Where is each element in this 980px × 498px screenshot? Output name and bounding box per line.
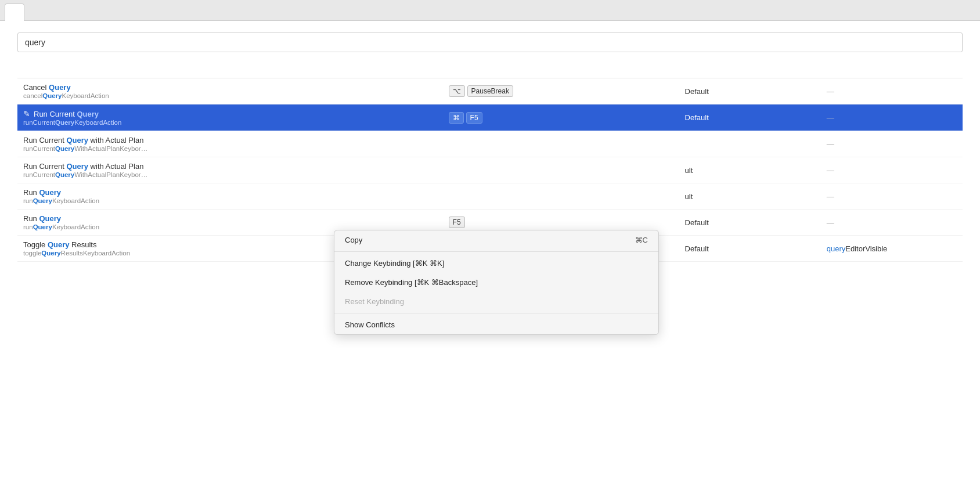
when-dash: — (827, 113, 834, 122)
context-menu-divider (334, 251, 658, 252)
cmd-sub-highlight: Query (55, 145, 74, 152)
cmd-sub-suffix: WithActualPlanKeybor… (74, 145, 147, 152)
keybinding-cell (443, 183, 679, 210)
context-menu-label: Show Conflicts (345, 320, 395, 329)
cmd-sub-prefix: run (23, 223, 33, 230)
when-cell: — (821, 78, 963, 104)
col-header-command (17, 70, 443, 78)
cmd-prefix: Toggle (23, 240, 48, 249)
context-menu-item-copy[interactable]: Copy⌘C (334, 230, 658, 250)
key-badge: ⌥ (449, 85, 465, 97)
context-menu-label: Remove Keybinding [⌘K ⌘Backspace] (345, 278, 478, 287)
context-menu-label: Copy (345, 236, 362, 244)
cmd-prefix: Run (23, 214, 39, 223)
when-suffix: EditorVisible (845, 244, 887, 253)
context-menu-divider (334, 313, 658, 313)
when-dash: — (827, 166, 834, 175)
source-cell: Default (679, 78, 821, 104)
cmd-sub-suffix: KeyboardAction (62, 92, 109, 99)
when-dash: — (827, 87, 834, 96)
command-cell: ✎Run Current QueryrunCurrentQueryKeyboar… (17, 104, 443, 131)
cmd-sub: runCurrentQueryWithActualPlanKeybor… (23, 171, 437, 178)
col-header-when (821, 70, 963, 78)
context-menu-item-remove-keybinding[interactable]: Remove Keybinding [⌘K ⌘Backspace] (334, 273, 658, 292)
cmd-sub-prefix: runCurrent (23, 171, 55, 178)
cmd-sub-suffix: WithActualPlanKeybor… (74, 171, 147, 178)
cmd-sub-highlight: Query (41, 250, 60, 257)
table-row[interactable]: Run Current Query with Actual PlanrunCur… (17, 157, 963, 183)
search-input[interactable] (17, 33, 963, 52)
table-row[interactable]: Run Current Query with Actual PlanrunCur… (17, 131, 963, 157)
key-badge: ⌘ (449, 112, 464, 124)
main-content: Cancel QuerycancelQueryKeyboardAction⌥Pa… (0, 21, 980, 498)
source-cell: Default (679, 236, 821, 262)
table-row[interactable]: ✎Run Current QueryrunCurrentQueryKeyboar… (17, 104, 963, 131)
keybinding-cell (443, 157, 679, 183)
table-header-row (17, 70, 963, 78)
when-highlight: query (827, 244, 846, 253)
cmd-prefix: Cancel (23, 83, 49, 92)
cmd-highlight: Query (39, 188, 61, 197)
when-dash: — (827, 140, 834, 149)
when-cell: — (821, 157, 963, 183)
table-row[interactable]: Cancel QuerycancelQueryKeyboardAction⌥Pa… (17, 78, 963, 104)
cmd-sub-prefix: cancel (23, 92, 42, 99)
cmd-highlight: Query (66, 136, 88, 145)
cmd-sub: cancelQueryKeyboardAction (23, 92, 437, 99)
when-dash: — (827, 192, 834, 201)
context-menu-item-change-keybinding[interactable]: Change Keybinding [⌘K ⌘K] (334, 254, 658, 273)
when-cell: — (821, 131, 963, 157)
cmd-sub-highlight: Query (55, 119, 74, 126)
col-header-keybinding (443, 70, 679, 78)
cmd-prefix: Run (23, 188, 39, 197)
col-header-source (679, 70, 821, 78)
cmd-sub-prefix: run (23, 197, 33, 204)
keybinding-cell: ⌘F5 (443, 104, 679, 131)
command-cell: Cancel QuerycancelQueryKeyboardAction (17, 78, 443, 104)
cmd-prefix: Run Current (34, 110, 77, 118)
cmd-highlight: Query (49, 83, 71, 92)
cmd-sub-suffix: KeyboardAction (52, 223, 99, 230)
when-cell: — (821, 210, 963, 236)
cmd-highlight: Query (39, 214, 61, 223)
command-cell: Run Current Query with Actual PlanrunCur… (17, 131, 443, 157)
cmd-prefix: Run Current (23, 136, 66, 145)
cmd-sub-prefix: toggle (23, 250, 41, 257)
keyboard-shortcuts-tab[interactable] (5, 3, 24, 21)
cmd-sub-highlight: Query (42, 92, 62, 99)
source-cell (679, 131, 821, 157)
key-badge: F5 (466, 112, 482, 124)
cmd-suffix: with Actual Plan (88, 136, 143, 145)
keybinding-cell: ⌥PauseBreak (443, 78, 679, 104)
when-cell: — (821, 183, 963, 210)
context-menu: Copy⌘CChange Keybinding [⌘K ⌘K]Remove Ke… (334, 230, 659, 335)
cmd-sub: runCurrentQueryKeyboardAction (23, 119, 437, 126)
cmd-highlight: Query (77, 110, 99, 118)
keybinding-cell (443, 131, 679, 157)
command-cell: Run QueryrunQueryKeyboardAction (17, 183, 443, 210)
context-menu-shortcut: ⌘C (635, 236, 648, 244)
cmd-prefix: Run Current (23, 162, 66, 171)
key-badge: F5 (449, 216, 465, 228)
context-menu-item-reset-keybinding: Reset Keybinding (334, 292, 658, 311)
tab-bar (0, 0, 980, 21)
cmd-highlight: Query (48, 240, 70, 249)
when-cell: queryEditorVisible (821, 236, 963, 262)
context-menu-label: Change Keybinding [⌘K ⌘K] (345, 259, 444, 268)
when-dash: — (827, 218, 834, 227)
cmd-sub: runQueryKeyboardAction (23, 197, 437, 204)
source-cell: ult (679, 183, 821, 210)
cmd-sub-highlight: Query (33, 223, 52, 230)
cmd-highlight: Query (66, 162, 88, 171)
cmd-sub-suffix: ResultsKeyboardAction (61, 250, 131, 257)
edit-icon: ✎ (23, 109, 30, 118)
cmd-sub-suffix: KeyboardAction (74, 119, 121, 126)
source-cell: ult (679, 157, 821, 183)
context-menu-item-show-conflicts[interactable]: Show Conflicts (334, 315, 658, 334)
cmd-sub-suffix: KeyboardAction (52, 197, 99, 204)
when-cell: — (821, 104, 963, 131)
table-row[interactable]: Run QueryrunQueryKeyboardActionult— (17, 183, 963, 210)
cmd-sub: runCurrentQueryWithActualPlanKeybor… (23, 145, 437, 152)
key-badge: PauseBreak (467, 85, 513, 97)
cmd-sub-prefix: runCurrent (23, 145, 55, 152)
